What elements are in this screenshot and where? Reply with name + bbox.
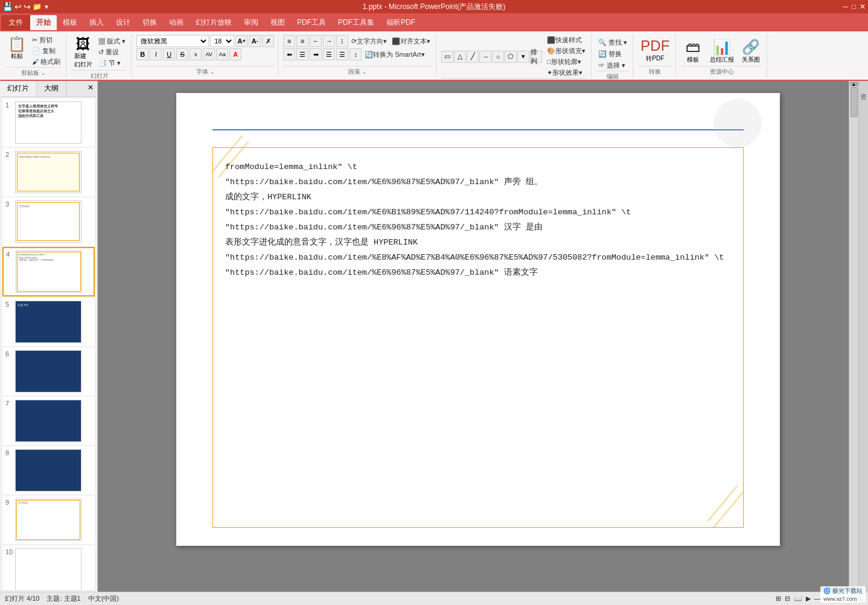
- font-grow-button[interactable]: A+: [235, 35, 247, 47]
- indent-dec-button[interactable]: ←: [310, 35, 322, 47]
- tab-transitions[interactable]: 切换: [136, 15, 163, 30]
- circle-shape-button[interactable]: ○: [492, 51, 504, 63]
- slide-thumb-6[interactable]: 6: [2, 347, 95, 395]
- char-spacing-button[interactable]: AV: [203, 48, 215, 60]
- maximize-icon[interactable]: □: [852, 2, 856, 11]
- align-center-button[interactable]: ☰: [296, 48, 308, 60]
- font-name-selector[interactable]: 微软雅黑: [136, 35, 209, 47]
- font-color-button[interactable]: A: [229, 48, 241, 60]
- slide-thumb-7[interactable]: 7: [2, 397, 95, 445]
- reading-view-button[interactable]: 📖: [794, 595, 802, 603]
- tab-pdftool[interactable]: PDF工具: [291, 15, 332, 30]
- replace-button[interactable]: 🔄 替换: [596, 49, 624, 59]
- slide-thumb-10[interactable]: 10: [2, 545, 95, 590]
- arrow-shape-button[interactable]: →: [479, 51, 491, 63]
- tab-template[interactable]: 模板: [57, 15, 83, 30]
- save-icon[interactable]: 💾: [2, 2, 13, 11]
- slide-canvas[interactable]: fromModule=lemma_inlink" \t "https://bai…: [176, 93, 780, 546]
- rect-shape-button[interactable]: ▭: [441, 51, 453, 63]
- slides-tab[interactable]: 幻灯片: [0, 81, 37, 97]
- align-right-button[interactable]: ➡: [310, 48, 322, 60]
- minimize-icon[interactable]: ─: [843, 2, 848, 11]
- format-painter-button[interactable]: 🖌 格式刷: [30, 57, 62, 67]
- line-spacing-button[interactable]: ↕: [349, 48, 362, 60]
- shadow-button[interactable]: s: [190, 48, 202, 60]
- align-text-button[interactable]: ⬛对齐文本▾: [390, 36, 432, 46]
- slide-thumb-1[interactable]: 1 文字是人类用来交义符号记录表述信息以传之久远的方式和工具: [2, 98, 95, 147]
- slide-sorter-button[interactable]: ⊟: [785, 595, 790, 603]
- slide-thumb-3[interactable]: 3 文字内容...: [2, 197, 95, 246]
- tab-slideshow[interactable]: 幻灯片放映: [190, 15, 238, 30]
- close-icon[interactable]: ✕: [860, 2, 866, 11]
- arrange-button[interactable]: 排列: [530, 51, 542, 63]
- customize-qat-icon[interactable]: ▼: [43, 4, 49, 10]
- numbering-button[interactable]: ≡: [296, 35, 308, 47]
- outline-tab[interactable]: 大纲: [37, 81, 66, 97]
- undo-icon[interactable]: ↩: [14, 2, 22, 11]
- new-slide-button[interactable]: 🖼 新建幻灯片: [71, 35, 95, 70]
- slide-panel-close[interactable]: ✕: [84, 81, 97, 97]
- justify-button[interactable]: ☰: [323, 48, 335, 60]
- font-shrink-button[interactable]: A-: [249, 35, 261, 47]
- slide-thumb-8[interactable]: 8: [2, 446, 95, 495]
- text-direction-button[interactable]: ⟳文字方向▾: [349, 36, 389, 46]
- align-left-button[interactable]: ⬅: [283, 48, 295, 60]
- layout-button[interactable]: ▦ 版式 ▾: [97, 36, 127, 46]
- bullets-button[interactable]: ≡: [283, 35, 295, 47]
- tab-insert[interactable]: 插入: [83, 15, 110, 30]
- redo-icon[interactable]: ↪: [24, 2, 31, 11]
- shape-fill-button[interactable]: 🎨形状填充▾: [545, 46, 587, 56]
- col-button[interactable]: ☰: [336, 48, 348, 60]
- related-button[interactable]: 🔗 关系图: [739, 38, 763, 65]
- slideshow-button[interactable]: ▶: [806, 595, 811, 603]
- convert-smartart-button[interactable]: 🔄转换为 SmartArt▾: [363, 50, 426, 60]
- tab-home[interactable]: 开始: [30, 15, 57, 30]
- tab-view[interactable]: 视图: [264, 15, 291, 30]
- pentagon-shape-button[interactable]: ⬠: [505, 51, 517, 63]
- tab-review[interactable]: 审阅: [238, 15, 264, 30]
- underline-button[interactable]: U: [163, 48, 175, 60]
- tab-file[interactable]: 文件: [1, 15, 30, 30]
- section-button[interactable]: 📑 节 ▾: [97, 58, 127, 68]
- slide-preview-7: [15, 400, 81, 442]
- indent-inc-button[interactable]: →: [323, 35, 335, 47]
- shape-effects-button[interactable]: ✦形状效果▾: [545, 68, 587, 78]
- template-button[interactable]: 🗃 模板: [681, 38, 705, 65]
- font-size-selector[interactable]: 18: [210, 35, 234, 47]
- summary-button[interactable]: 📊 总结汇报: [707, 38, 736, 65]
- slide-text-box[interactable]: fromModule=lemma_inlink" \t "https://bai…: [212, 147, 744, 528]
- tab-pdftoolset[interactable]: PDF工具集: [332, 15, 380, 30]
- italic-button[interactable]: I: [150, 48, 162, 60]
- clear-format-button[interactable]: ✗: [262, 35, 274, 47]
- slide-thumb-5[interactable]: 5 幻灯片5: [2, 298, 95, 346]
- cut-button[interactable]: ✂ 剪切: [30, 35, 62, 45]
- triangle-shape-button[interactable]: △: [454, 51, 466, 63]
- clipboard-group: 📋 粘贴 ✂ 剪切 📄 复制 🖌 格式刷 剪贴板 ⌄: [1, 34, 66, 77]
- change-case-button[interactable]: Aa: [216, 48, 228, 60]
- to-pdf-button[interactable]: PDF 转PDF: [638, 37, 672, 63]
- paste-button[interactable]: 📋 粘贴: [5, 35, 29, 62]
- line-shape-button[interactable]: ╱: [467, 51, 479, 63]
- tab-design[interactable]: 设计: [110, 15, 136, 30]
- watermark-text: 极光下载站: [832, 587, 863, 594]
- reset-button[interactable]: ↺ 重设: [97, 47, 127, 57]
- shape-outline-button[interactable]: □形状轮廓▾: [545, 57, 587, 67]
- copy-button[interactable]: 📄 复制: [30, 46, 62, 56]
- resource-panel[interactable]: 资: [858, 81, 868, 592]
- select-button[interactable]: ☞ 选择 ▾: [596, 60, 627, 71]
- open-icon[interactable]: 📁: [33, 2, 42, 11]
- quick-styles-button[interactable]: ⬛快速样式: [545, 35, 587, 45]
- find-button[interactable]: 🔍 查找 ▾: [596, 37, 629, 48]
- slide-thumb-4[interactable]: 4 fromModule=lemma_inlink" \t"https://ba…: [2, 247, 95, 296]
- strikethrough-button[interactable]: S: [176, 48, 188, 60]
- more-shapes-button[interactable]: ▾: [517, 51, 529, 63]
- bold-button[interactable]: B: [136, 48, 148, 60]
- slide-thumb-2[interactable]: 2 https://baike.baidu.com/item/: [2, 148, 95, 196]
- normal-view-button[interactable]: ⊞: [776, 595, 781, 603]
- slide-thumb-9[interactable]: 9 文字内容...: [2, 496, 95, 544]
- tab-foxitpdf[interactable]: 福昕PDF: [380, 15, 421, 30]
- vertical-scrollbar[interactable]: ▲ ▼: [849, 81, 858, 592]
- canvas-area[interactable]: fromModule=lemma_inlink" \t "https://bai…: [98, 81, 858, 592]
- col-align-button[interactable]: ⫶: [336, 35, 348, 47]
- tab-animation[interactable]: 动画: [163, 15, 190, 30]
